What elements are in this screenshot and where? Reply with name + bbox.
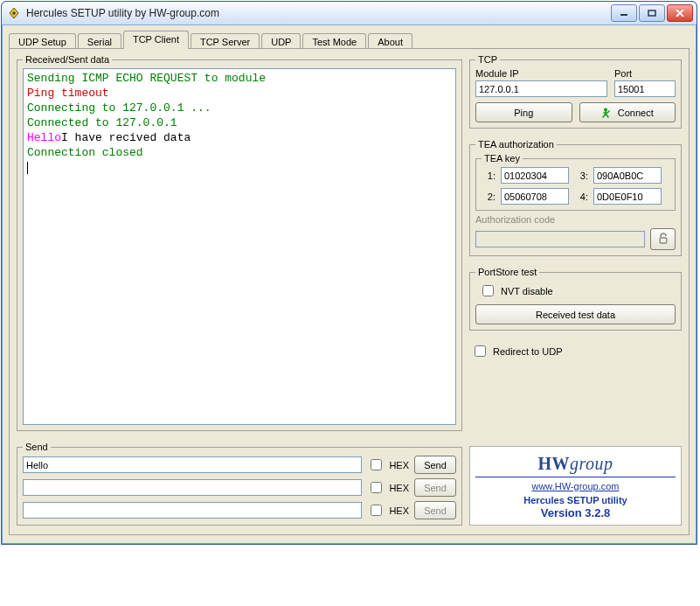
terminal-output[interactable]: Sending ICMP ECHO REQUEST to modulePing … <box>23 68 456 425</box>
tab-bar: UDP SetupSerialTCP ClientTCP ServerUDPTe… <box>9 31 690 49</box>
tea-key-legend: TEA key <box>482 153 523 164</box>
minimize-button[interactable] <box>611 4 637 22</box>
received-test-data-button[interactable]: Received test data <box>475 304 676 324</box>
maximize-button[interactable] <box>639 4 665 22</box>
received-legend: Received/Sent data <box>23 54 112 65</box>
app-icon <box>7 6 21 20</box>
portstore-legend: PortStore test <box>475 267 539 277</box>
connect-button[interactable]: Connect <box>579 102 676 122</box>
tea-k4-input[interactable] <box>593 188 662 205</box>
send-input-2[interactable] <box>23 479 362 496</box>
send-row: HEXSend <box>23 478 456 497</box>
svg-rect-5 <box>660 238 667 243</box>
tcp-legend: TCP <box>475 54 500 65</box>
send-hex-checkbox-3[interactable]: HEX <box>367 502 409 519</box>
send-hex-checkbox-1[interactable]: HEX <box>367 456 409 473</box>
send-legend: Send <box>23 442 51 452</box>
tea-k1-label: 1: <box>482 171 496 181</box>
tab-content: Received/Sent data Sending ICMP ECHO REQ… <box>9 48 690 535</box>
brand-url[interactable]: www.HW-group.com <box>475 480 676 492</box>
send-button-2: Send <box>414 478 456 497</box>
tea-group: TEA authorization TEA key 1: 3: 2: 4: <box>469 139 682 256</box>
tea-k3-input[interactable] <box>593 167 662 184</box>
send-input-1[interactable] <box>23 456 362 473</box>
svg-rect-2 <box>620 14 627 16</box>
received-group: Received/Sent data Sending ICMP ECHO REQ… <box>17 54 462 431</box>
tea-k2-input[interactable] <box>501 188 569 205</box>
tea-k3-label: 3: <box>574 171 588 181</box>
auth-code-input <box>475 231 645 247</box>
titlebar[interactable]: Hercules SETUP utility by HW-group.com <box>2 2 697 25</box>
send-button-1[interactable]: Send <box>414 456 456 474</box>
svg-point-1 <box>12 11 15 14</box>
tea-legend: TEA authorization <box>475 139 557 150</box>
module-ip-input[interactable] <box>475 80 607 97</box>
nvt-disable-input[interactable] <box>482 285 494 296</box>
auth-lock-button[interactable] <box>650 228 676 250</box>
lock-icon <box>658 233 669 246</box>
tea-k2-label: 2: <box>482 192 496 202</box>
send-group: Send HEXSendHEXSendHEXSend <box>17 442 462 526</box>
app-window: Hercules SETUP utility by HW-group.com U… <box>1 1 697 545</box>
connect-icon <box>601 107 613 119</box>
portstore-group: PortStore test NVT disable Received test… <box>469 267 682 331</box>
brand-product: Hercules SETUP utility <box>475 494 676 506</box>
tea-k4-label: 4: <box>574 192 588 202</box>
nvt-disable-checkbox[interactable]: NVT disable <box>479 282 553 299</box>
close-button[interactable] <box>667 4 693 22</box>
send-hex-input-2[interactable] <box>371 482 382 493</box>
send-hex-input-1[interactable] <box>371 459 382 470</box>
port-input[interactable] <box>614 80 676 97</box>
port-label: Port <box>614 68 676 79</box>
auth-code-label: Authorization code <box>475 214 555 225</box>
tab-tcp-client[interactable]: TCP Client <box>123 31 189 49</box>
tea-k1-input[interactable] <box>501 167 569 184</box>
tea-key-group: TEA key 1: 3: 2: 4: <box>475 153 676 211</box>
send-hex-input-3[interactable] <box>371 505 382 516</box>
tcp-group: TCP Module IP Port Pi <box>469 54 682 129</box>
brand-logo: HWgroup <box>475 452 676 475</box>
send-button-3: Send <box>414 501 456 519</box>
brand-panel[interactable]: HWgroup www.HW-group.com Hercules SETUP … <box>469 446 682 526</box>
redirect-udp-input[interactable] <box>475 345 486 357</box>
ping-button[interactable]: Ping <box>475 102 572 122</box>
send-row: HEXSend <box>23 456 456 474</box>
send-hex-checkbox-2[interactable]: HEX <box>367 479 409 496</box>
brand-version: Version 3.2.8 <box>475 506 676 521</box>
send-row: HEXSend <box>23 501 456 519</box>
send-input-3[interactable] <box>23 502 362 519</box>
window-title: Hercules SETUP utility by HW-group.com <box>26 7 611 19</box>
module-ip-label: Module IP <box>475 68 607 79</box>
svg-rect-3 <box>648 10 655 16</box>
redirect-udp-checkbox[interactable]: Redirect to UDP <box>471 343 562 359</box>
